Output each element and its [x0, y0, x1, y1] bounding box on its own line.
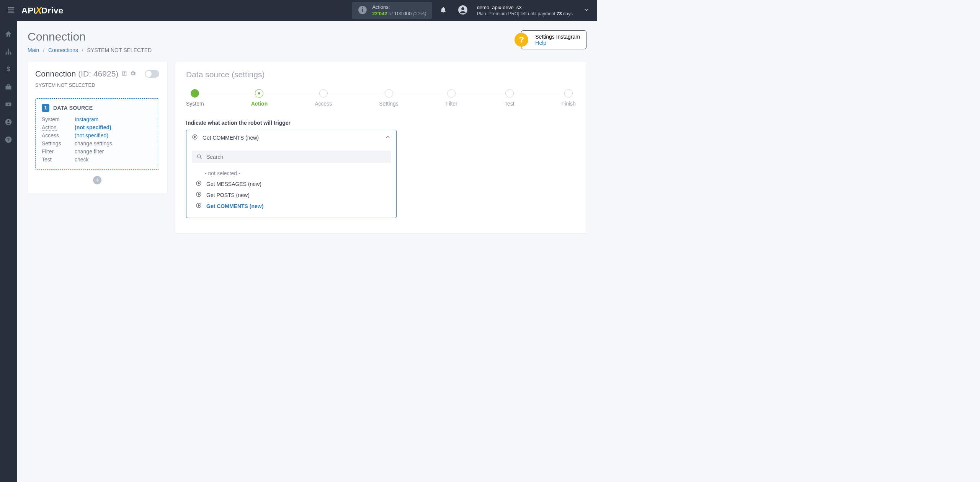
row-access-value[interactable]: (not specified)	[75, 132, 153, 138]
help-question-icon[interactable]: ?	[514, 33, 528, 47]
svg-marker-29	[198, 182, 200, 184]
option-get-comments[interactable]: Get COMMENTS (new)	[194, 200, 389, 212]
help-box: ? Settings Instagram Help	[521, 30, 586, 49]
row-system-label: System	[42, 116, 75, 122]
option-not-selected[interactable]: - not selected -	[194, 168, 389, 178]
svg-point-17	[8, 120, 10, 122]
search-box[interactable]	[192, 151, 391, 163]
action-field-label: Indicate what action the robot will trig…	[186, 120, 576, 126]
svg-marker-33	[198, 204, 200, 206]
select-dropdown: - not selected - Get MESSAGES (new) Get …	[186, 145, 396, 218]
connection-subtitle: SYSTEM NOT SELECTED	[35, 82, 159, 92]
play-circle-icon	[196, 202, 202, 210]
info-icon	[358, 5, 368, 16]
step-system[interactable]: System	[186, 89, 204, 107]
username: demo_apix-drive_s3	[477, 4, 573, 11]
row-action-value[interactable]: (not specified)	[75, 124, 153, 130]
sidebar-item-briefcase[interactable]	[0, 79, 17, 94]
step-test[interactable]: Test	[505, 89, 514, 107]
actions-label: Actions:	[372, 4, 426, 11]
sidebar-item-profile[interactable]	[0, 114, 17, 130]
search-input[interactable]	[206, 154, 386, 160]
page-title: Connection	[28, 30, 152, 43]
actions-usage-box[interactable]: Actions: 22'042 of 100'000 (22%)	[352, 2, 432, 20]
row-filter-label: Filter	[42, 148, 75, 155]
logo-text-prefix: API	[21, 6, 36, 16]
svg-rect-9	[6, 53, 7, 54]
data-source-title: DATA SOURCE	[53, 105, 93, 111]
select-head[interactable]: Get COMMENTS (new)	[186, 130, 396, 145]
top-navbar: APIXDrive Actions: 22'042 of 100'000 (22…	[0, 0, 597, 21]
help-link[interactable]: Help	[535, 40, 546, 46]
row-filter-value[interactable]: change filter	[75, 148, 153, 155]
play-circle-icon	[196, 191, 202, 199]
bell-icon[interactable]	[439, 6, 447, 15]
breadcrumb: Main / Connections / SYSTEM NOT SELECTED	[28, 47, 152, 53]
sidebar-item-billing[interactable]: $	[0, 62, 17, 77]
user-plan: Plan |Premium PRO| left until payment 73…	[477, 11, 573, 17]
breadcrumb-connections[interactable]: Connections	[48, 47, 78, 53]
option-get-posts[interactable]: Get POSTS (new)	[194, 189, 389, 200]
connection-title: Connection	[35, 69, 76, 78]
svg-rect-10	[8, 53, 9, 54]
step-label: Access	[315, 101, 332, 107]
row-access-label: Access	[42, 132, 75, 138]
sidebar-item-home[interactable]	[0, 26, 17, 42]
option-get-messages[interactable]: Get MESSAGES (new)	[194, 178, 389, 189]
add-button[interactable]: +	[93, 176, 101, 184]
svg-point-5	[362, 7, 363, 8]
sidebar-item-help[interactable]: ?	[0, 132, 17, 147]
user-avatar-icon[interactable]	[458, 5, 468, 16]
svg-rect-13	[6, 86, 11, 90]
step-action[interactable]: Action	[251, 89, 268, 107]
chevron-down-icon[interactable]	[583, 7, 590, 15]
row-test-value[interactable]: check	[75, 156, 153, 163]
svg-rect-4	[362, 9, 363, 12]
help-title: Settings Instagram	[535, 34, 580, 40]
play-circle-icon	[192, 134, 198, 142]
svg-line-27	[200, 158, 202, 159]
chevron-up-icon	[385, 134, 391, 142]
step-access[interactable]: Access	[315, 89, 332, 107]
logo[interactable]: APIXDrive	[21, 5, 64, 16]
svg-marker-31	[198, 193, 200, 195]
breadcrumb-main[interactable]: Main	[28, 47, 39, 53]
row-settings-value[interactable]: change settings	[75, 140, 153, 147]
logo-text-suffix: Drive	[41, 6, 64, 16]
action-select: Get COMMENTS (new) - not selected -	[186, 130, 397, 218]
step-filter[interactable]: Filter	[446, 89, 457, 107]
data-source-heading: Data source (settings)	[186, 70, 576, 79]
data-source-settings-card: Data source (settings) System Action Acc…	[175, 62, 586, 233]
option-label: Get COMMENTS (new)	[206, 203, 263, 209]
sidebar-item-video[interactable]	[0, 97, 17, 112]
sidebar: $ ?	[0, 21, 17, 294]
svg-text:$: $	[7, 65, 10, 73]
connection-id: (ID: 46925)	[78, 69, 118, 78]
hamburger-icon[interactable]	[5, 4, 17, 17]
step-settings[interactable]: Settings	[379, 89, 399, 107]
connection-title-row: Connection (ID: 46925)	[35, 69, 159, 78]
step-label: Filter	[446, 101, 457, 107]
actions-text: Actions: 22'042 of 100'000 (22%)	[372, 4, 426, 17]
stepper: System Action Access Settings Filter	[186, 89, 576, 107]
enable-toggle[interactable]	[145, 70, 159, 78]
select-current-value: Get COMMENTS (new)	[203, 135, 380, 141]
gear-icon[interactable]	[130, 69, 136, 78]
option-label: Get POSTS (new)	[206, 192, 250, 198]
play-circle-icon	[196, 180, 202, 187]
row-action-label: Action	[42, 124, 57, 131]
sidebar-item-connections[interactable]	[0, 44, 17, 59]
connection-card: Connection (ID: 46925) SYSTEM NOT SELECT…	[28, 62, 167, 194]
notes-icon[interactable]	[121, 69, 127, 78]
step-finish[interactable]: Finish	[562, 89, 576, 107]
actions-pct: (22%)	[412, 11, 426, 16]
actions-used: 22'042	[372, 11, 387, 16]
user-info[interactable]: demo_apix-drive_s3 Plan |Premium PRO| le…	[477, 4, 573, 17]
step-label: Finish	[562, 101, 576, 107]
svg-point-26	[198, 155, 201, 158]
main-content: Connection Main / Connections / SYSTEM N…	[17, 21, 597, 294]
data-source-badge: 1	[42, 104, 49, 112]
data-source-box: 1 DATA SOURCE System Instagram Action (n…	[35, 98, 159, 170]
step-label: Test	[505, 101, 514, 107]
row-system-value[interactable]: Instagram	[75, 116, 153, 122]
